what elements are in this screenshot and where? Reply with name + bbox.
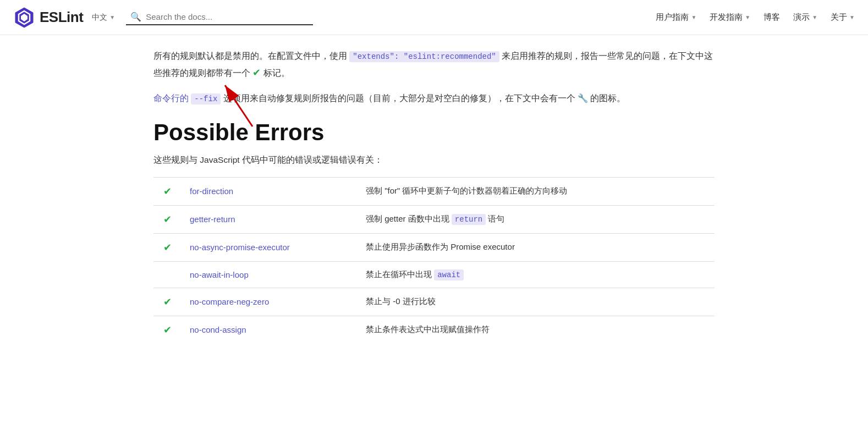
lang-dropdown-icon: ▼ <box>109 14 115 20</box>
cmdline-text-suffix: 的图标。 <box>590 93 625 103</box>
nav-area: 用户指南 ▼ 开发指南 ▼ 博客 演示 ▼ 关于 ▼ <box>656 12 855 23</box>
rule-link-no-cond-assign[interactable]: no-cond-assign <box>190 325 246 334</box>
table-row: ✔ no-compare-neg-zero 禁止与 -0 进行比较 <box>153 288 715 316</box>
main-content: 所有的规则默认都是禁用的。在配置文件中，使用 "extends": "eslin… <box>131 35 737 366</box>
table-row: no-await-in-loop 禁止在循环中出现 await <box>153 261 715 288</box>
cmdline-text-body: 选项用来自动修复规则所报告的问题（目前，大部分是对空白的修复），在下文中会有一个 <box>223 93 575 103</box>
recommended-check-cell: ✔ <box>153 316 181 344</box>
recommended-check-cell: ✔ <box>153 288 181 316</box>
check-icon: ✔ <box>163 242 172 253</box>
header: ESLint 中文 ▼ 🔍 用户指南 ▼ 开发指南 ▼ 博客 演示 ▼ 关于 ▼ <box>0 0 868 35</box>
nav-item-demo[interactable]: 演示 ▼ <box>793 12 817 23</box>
check-icon: ✔ <box>163 186 172 197</box>
table-row: ✔ getter-return 强制 getter 函数中出现 return 语… <box>153 205 715 233</box>
rule-desc-cell: 禁止与 -0 进行比较 <box>357 288 715 316</box>
check-icon: ✔ <box>163 324 172 335</box>
nav-user-guide-arrow: ▼ <box>691 14 696 20</box>
section-title: Possible Errors <box>153 119 715 146</box>
rule-name-cell: no-async-promise-executor <box>181 233 357 261</box>
rule-link-no-compare-neg-zero[interactable]: no-compare-neg-zero <box>190 297 269 306</box>
rule-desc-cell: 禁止使用异步函数作为 Promise executor <box>357 233 715 261</box>
cmdline-code: --fix <box>191 93 221 104</box>
rule-desc-cell: 强制 "for" 循环中更新子句的计数器朝着正确的方向移动 <box>357 177 715 205</box>
lang-selector[interactable]: 中文 ▼ <box>92 13 115 23</box>
rules-table: ✔ for-direction 强制 "for" 循环中更新子句的计数器朝着正确… <box>153 177 715 344</box>
rule-desc-cell: 强制 getter 函数中出现 return 语句 <box>357 205 715 233</box>
intro-paragraph: 所有的规则默认都是禁用的。在配置文件中，使用 "extends": "eslin… <box>153 48 715 82</box>
table-row: ✔ for-direction 强制 "for" 循环中更新子句的计数器朝着正确… <box>153 177 715 205</box>
empty-check-cell <box>153 261 181 288</box>
nav-item-about[interactable]: 关于 ▼ <box>831 12 855 23</box>
cmdline-paragraph: 命令行的 --fix 选项用来自动修复规则所报告的问题（目前，大部分是对空白的修… <box>153 91 715 106</box>
cmdline-link[interactable]: 命令行的 <box>153 93 189 103</box>
search-icon: 🔍 <box>130 12 141 22</box>
check-icon: ✔ <box>163 296 172 307</box>
eslint-logo-icon <box>13 7 35 29</box>
rule-desc-cell: 禁止在循环中出现 await <box>357 261 715 288</box>
recommended-check-cell: ✔ <box>153 233 181 261</box>
rule-link-for-direction[interactable]: for-direction <box>190 186 233 196</box>
nav-about-label: 关于 <box>831 12 847 23</box>
rule-name-cell: no-await-in-loop <box>181 261 357 288</box>
logo-area: ESLint <box>13 7 83 29</box>
rule-name-cell: for-direction <box>181 177 357 205</box>
table-row: ✔ no-async-promise-executor 禁止使用异步函数作为 P… <box>153 233 715 261</box>
return-code: return <box>452 214 486 225</box>
rule-name-cell: no-cond-assign <box>181 316 357 344</box>
rule-link-no-await-in-loop[interactable]: no-await-in-loop <box>190 270 249 279</box>
extends-code: "extends": "eslint:recommended" <box>349 51 499 62</box>
nav-demo-arrow: ▼ <box>812 14 817 20</box>
nav-dev-guide-label: 开发指南 <box>710 12 743 23</box>
rule-link-no-async-promise-executor[interactable]: no-async-promise-executor <box>190 243 290 252</box>
nav-blog-label: 博客 <box>763 12 780 23</box>
search-input[interactable] <box>146 12 309 21</box>
table-row: ✔ no-cond-assign 禁止条件表达式中出现赋值操作符 <box>153 316 715 344</box>
nav-item-user-guide[interactable]: 用户指南 ▼ <box>656 12 696 23</box>
nav-item-blog[interactable]: 博客 <box>763 12 780 23</box>
rule-link-getter-return[interactable]: getter-return <box>190 214 235 224</box>
rule-desc-cell: 禁止条件表达式中出现赋值操作符 <box>357 316 715 344</box>
nav-item-dev-guide[interactable]: 开发指南 ▼ <box>710 12 750 23</box>
nav-about-arrow: ▼ <box>849 14 855 20</box>
nav-dev-guide-arrow: ▼ <box>745 14 750 20</box>
search-area: 🔍 <box>126 9 313 25</box>
recommended-check-icon: ✔ <box>252 67 261 78</box>
check-icon: ✔ <box>163 214 172 225</box>
lang-label: 中文 <box>92 13 107 23</box>
section-desc: 这些规则与 JavaScript 代码中可能的错误或逻辑错误有关： <box>153 155 715 166</box>
annotation-container: 命令行的 --fix 选项用来自动修复规则所报告的问题（目前，大部分是对空白的修… <box>153 91 715 106</box>
intro-text-end: 标记。 <box>263 68 290 78</box>
intro-text-before-code: 所有的规则默认都是禁用的。在配置文件中，使用 <box>153 51 347 60</box>
rule-name-cell: getter-return <box>181 205 357 233</box>
await-code: await <box>434 269 464 280</box>
recommended-check-cell: ✔ <box>153 205 181 233</box>
logo-text: ESLint <box>40 9 83 26</box>
rule-name-cell: no-compare-neg-zero <box>181 288 357 316</box>
nav-user-guide-label: 用户指南 <box>656 12 689 23</box>
wrench-icon: 🔧 <box>578 93 588 103</box>
recommended-check-cell: ✔ <box>153 177 181 205</box>
nav-demo-label: 演示 <box>793 12 810 23</box>
